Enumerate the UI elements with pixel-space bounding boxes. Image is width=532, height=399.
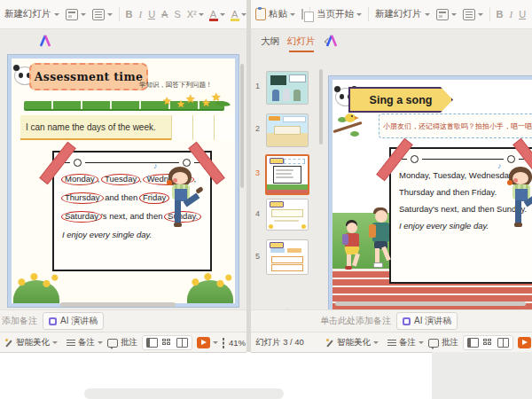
comment-button[interactable]: 批注 xyxy=(428,337,458,348)
slide-indicator: 幻灯片 3 / 40 xyxy=(255,337,304,348)
rating-cell xyxy=(214,115,236,140)
play-icon xyxy=(518,337,531,348)
paste-button[interactable]: 粘贴 xyxy=(255,8,295,20)
music-note-icon xyxy=(153,161,158,170)
smart-beautify-button[interactable]: 智能美化 xyxy=(4,337,58,348)
right-toolbar: 粘贴 当页开始 新建幻灯片 B I U A S X² A A 变 xyxy=(251,0,532,29)
notes-icon xyxy=(387,340,396,346)
underline-button[interactable]: U xyxy=(519,9,526,20)
slide-sorter-icon[interactable] xyxy=(162,339,172,347)
notes-placeholder[interactable]: 添加备注 xyxy=(2,315,37,327)
horizontal-scrollbar[interactable] xyxy=(335,301,526,306)
slide-prompt-text: 小朋友们，还记得这首歌吗？拍拍小手，唱一唱！ xyxy=(383,121,532,131)
star-icon xyxy=(162,95,172,107)
slide-title: Assessment time xyxy=(35,70,143,83)
slide-layout-button[interactable] xyxy=(436,9,457,20)
dropdown-arrow-icon xyxy=(107,13,113,16)
ai-speech-button[interactable]: AI 演讲稿 xyxy=(43,312,104,330)
thumb-number: 5 xyxy=(255,252,260,261)
thumbnail-scrollbar[interactable] xyxy=(319,69,323,145)
vertical-scrollbar[interactable] xyxy=(240,64,244,188)
left-slide-canvas[interactable]: Assessment time 学知识，回答下列问题！ I can name t… xyxy=(8,55,239,307)
section-button[interactable] xyxy=(463,9,483,20)
normal-view-icon[interactable] xyxy=(467,338,479,348)
fit-screen-icon[interactable] xyxy=(223,338,224,348)
notes-button[interactable]: 备注 xyxy=(66,337,103,348)
new-slide-button[interactable]: 新建幻灯片 xyxy=(375,8,430,20)
start-from-page-button[interactable]: 当页开始 xyxy=(317,8,362,20)
dropdown-arrow-icon xyxy=(213,341,218,344)
left-toolbar: 新建幻灯片 B I U A S X² A A 变 段落 绘 xyxy=(0,0,246,29)
toolbar-divider xyxy=(368,7,369,21)
play-button[interactable] xyxy=(197,337,218,348)
slide-thumbnail-3[interactable] xyxy=(265,154,309,195)
dropdown-arrow-icon xyxy=(52,341,58,344)
comment-icon xyxy=(107,339,118,348)
horizontal-scrollbar[interactable] xyxy=(60,302,176,307)
strikethrough-button[interactable]: A xyxy=(161,9,168,20)
italic-button[interactable]: I xyxy=(138,9,142,20)
thumb-number: 4 xyxy=(255,209,260,218)
zoom-level[interactable]: 41% xyxy=(229,338,246,348)
slide-title: Sing a song xyxy=(370,94,433,106)
notes-icon xyxy=(66,340,75,346)
normal-view-icon[interactable] xyxy=(146,338,158,348)
new-slide-label: 新建幻灯片 xyxy=(4,8,51,20)
font-color-button[interactable]: A xyxy=(210,9,225,20)
slide-thumbnail-5[interactable] xyxy=(266,239,309,275)
reading-view-icon[interactable] xyxy=(176,338,188,348)
bold-button[interactable]: B xyxy=(497,9,504,20)
background-window-edge xyxy=(84,388,284,399)
slide-thumbnail-1[interactable] xyxy=(266,71,309,105)
right-status-bar: 幻灯片 3 / 40 智能美化 备注 批注 xyxy=(251,332,532,353)
copy-icon[interactable] xyxy=(301,9,303,20)
font-color-swatch xyxy=(209,19,218,21)
slide-title-banner: Sing a song xyxy=(348,87,453,113)
reading-view-icon[interactable] xyxy=(497,338,509,348)
slide-thumbnail-2[interactable] xyxy=(266,113,309,147)
underline-button[interactable]: U xyxy=(148,9,155,20)
section-icon xyxy=(92,9,105,20)
thumbnail-panel: 1 2 3 xyxy=(251,57,324,309)
new-slide-button[interactable]: 新建幻灯片 xyxy=(4,8,59,20)
screen: 新建幻灯片 B I U A S X² A A 变 段落 绘 Assess xyxy=(0,0,532,399)
toolbar-divider xyxy=(489,7,490,21)
italic-button[interactable]: I xyxy=(509,9,512,20)
view-switcher xyxy=(463,335,513,350)
slide-sorter-icon[interactable] xyxy=(483,339,493,347)
text-shadow-button[interactable]: S xyxy=(174,9,180,20)
thumb-number: 1 xyxy=(255,82,260,90)
ai-speech-button[interactable]: AI 演讲稿 xyxy=(396,312,458,330)
section-button[interactable] xyxy=(92,9,113,20)
running-girl-illustration xyxy=(341,220,364,282)
dropdown-arrow-icon xyxy=(54,13,59,16)
superscript-button[interactable]: X² xyxy=(187,9,204,20)
tab-outline[interactable]: 大纲 xyxy=(261,35,279,48)
left-notes-bar: 添加备注 AI 演讲稿 xyxy=(0,309,246,332)
tab-slides[interactable]: 幻灯片 xyxy=(287,35,316,48)
slide-layout-button[interactable] xyxy=(66,9,86,20)
right-slide-canvas[interactable]: Sing a song 小朋友们，还记得这首歌吗？拍拍小手，唱一唱！ Monda… xyxy=(329,76,532,314)
card-ornament xyxy=(54,159,210,167)
assessment-row: I can name the days of the week. xyxy=(20,115,235,140)
slide-thumbnail-4[interactable] xyxy=(266,199,309,231)
slide-layout-icon xyxy=(66,9,78,20)
thumb-number-selected: 3 xyxy=(255,168,260,177)
dropdown-arrow-icon xyxy=(451,13,457,16)
notes-placeholder[interactable]: 单击此处添加备注 xyxy=(320,315,391,327)
highlight-button[interactable]: A xyxy=(231,9,246,20)
bold-button[interactable]: B xyxy=(126,9,133,20)
play-button[interactable] xyxy=(518,337,532,348)
dropdown-arrow-icon xyxy=(356,13,362,16)
prompt-box: 小朋友们，还记得这首歌吗？拍拍小手，唱一唱！ xyxy=(379,113,532,138)
comment-button[interactable]: 批注 xyxy=(107,337,137,348)
smart-beautify-button[interactable]: 智能美化 xyxy=(325,337,379,348)
card-ornament xyxy=(391,155,532,163)
desktop-background xyxy=(432,352,532,399)
star-icon xyxy=(201,97,211,109)
star-icon xyxy=(185,92,196,106)
flowers-illustration xyxy=(187,280,233,303)
dropdown-arrow-icon xyxy=(373,341,379,344)
comment-icon xyxy=(428,339,439,348)
notes-button[interactable]: 备注 xyxy=(387,337,424,348)
